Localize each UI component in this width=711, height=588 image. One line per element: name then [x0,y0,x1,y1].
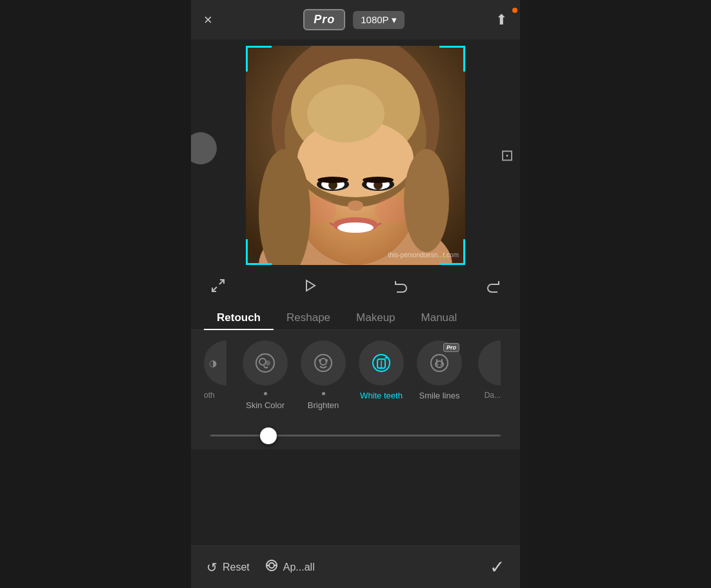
tool-item-white-teeth[interactable]: ✦ White teeth [352,340,410,410]
apply-label: Ap...all [283,562,315,573]
svg-point-31 [265,360,270,366]
tool-skin-color-label: Skin Color [246,400,285,410]
notification-dot [512,8,517,13]
svg-line-24 [219,280,224,284]
tool-smooth-icon: ◑ [204,340,226,386]
slider-section [191,415,520,449]
bracket-top-left [246,46,272,72]
resolution-button[interactable]: 1080P ▾ [353,11,404,29]
left-control-circle[interactable] [191,132,217,164]
svg-point-30 [259,358,266,365]
tab-reshape[interactable]: Reshape [274,306,343,329]
svg-point-16 [348,201,363,211]
pro-badge: Pro [303,9,345,30]
reset-icon: ↺ [206,560,217,575]
upload-button[interactable]: ⬆ [496,12,507,28]
app-container: × Pro 1080P ▾ ⬆ [191,0,520,588]
tools-section: ◑ oth Ski [191,330,520,415]
pro-mini-badge: Pro [443,343,459,352]
tool-item-smooth[interactable]: ◑ oth [204,340,236,410]
tool-item-dark-circles[interactable]: Da... [468,340,501,410]
slider-thumb[interactable] [260,427,277,444]
tool-item-smile-lines[interactable]: Pro Smile lines [410,340,468,410]
tool-skin-color-icon [243,340,288,386]
svg-point-18 [337,222,374,233]
tool-dark-circles-label: Da... [485,391,501,400]
bottom-left-buttons: ↺ Reset Ap...all [206,559,315,575]
side-panel-icon[interactable]: ⊡ [501,146,514,164]
slider-track[interactable] [210,435,501,436]
tab-retouch[interactable]: Retouch [204,306,274,329]
tool-smile-lines-icon: Pro [417,340,462,386]
resolution-arrow: ▾ [392,14,397,26]
svg-point-35 [325,359,328,362]
canvas-area: this-persondoesn...t.com ⊡ [191,39,520,271]
svg-point-34 [319,359,321,362]
tabs-bar: Retouch Reshape Makeup Manual [191,304,520,330]
tab-manual[interactable]: Manual [408,306,470,329]
bottom-bar: ↺ Reset Ap...all ✓ [191,545,520,588]
expand-button[interactable] [210,278,226,297]
tool-skin-color-dot [264,392,267,395]
svg-point-14 [317,177,348,183]
confirm-button[interactable]: ✓ [490,556,505,578]
svg-point-15 [363,177,394,183]
svg-line-25 [212,287,217,291]
svg-point-33 [320,358,326,365]
play-button[interactable] [302,278,317,297]
svg-text:✦: ✦ [384,355,388,361]
svg-point-32 [315,355,332,371]
header: × Pro 1080P ▾ ⬆ [191,0,520,39]
tool-brighten-label: Brighten [308,400,339,410]
svg-point-44 [435,364,439,366]
tab-makeup[interactable]: Makeup [343,306,408,329]
apply-all-button[interactable]: Ap...all [265,559,315,575]
reset-label: Reset [223,562,250,573]
svg-point-40 [431,355,448,371]
bracket-top-right [439,46,465,72]
tool-smile-lines-label: Smile lines [419,391,460,400]
reset-button[interactable]: ↺ Reset [206,559,250,575]
tool-white-teeth-icon: ✦ [359,340,404,386]
svg-text:◑: ◑ [209,358,217,368]
svg-point-23 [307,84,385,142]
tool-item-skin-color[interactable]: Skin Color [236,340,294,410]
svg-marker-26 [306,280,315,291]
bracket-bottom-left [246,239,272,265]
tool-brighten-icon [301,340,346,386]
redo-button[interactable] [485,278,501,297]
apply-icon [265,559,278,575]
undo-button[interactable] [394,278,409,297]
resolution-label: 1080P [361,14,388,25]
header-center: Pro 1080P ▾ [303,9,404,30]
bracket-bottom-right [439,239,465,265]
close-button[interactable]: × [204,13,212,27]
tool-item-brighten[interactable]: Brighten [294,340,352,410]
tools-scroll: ◑ oth Ski [191,340,520,410]
svg-point-47 [269,563,274,568]
tool-smooth-label: oth [204,391,215,400]
tool-white-teeth-label: White teeth [360,391,403,400]
tool-dark-circles-icon [478,340,501,386]
tool-brighten-dot [322,392,325,395]
face-image: this-persondoesn...t.com [246,46,465,265]
toolbar [191,271,520,304]
svg-point-45 [440,364,444,366]
phone-frame: × Pro 1080P ▾ ⬆ [191,0,520,588]
image-wrapper: this-persondoesn...t.com [246,46,465,265]
svg-point-22 [404,149,449,252]
